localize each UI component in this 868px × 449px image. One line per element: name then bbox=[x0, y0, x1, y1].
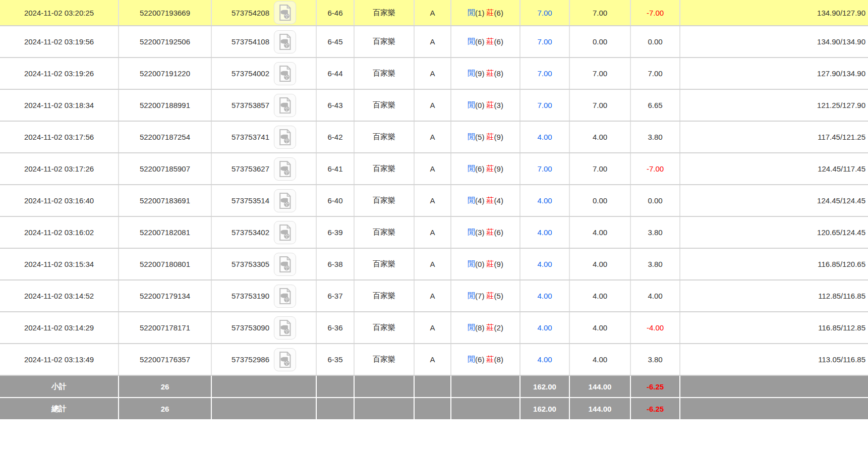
player-score: (6) bbox=[475, 164, 484, 173]
game-serial-cell: 573753090 bbox=[212, 312, 317, 343]
table-code-cell: A bbox=[415, 0, 451, 25]
game-serial-cell: 573754108 bbox=[212, 26, 317, 57]
stake-cell: 4.00 bbox=[520, 185, 570, 216]
table-row[interactable]: 2024-11-02 03:19:56522007192506573754108… bbox=[0, 26, 868, 58]
table-row[interactable]: 2024-11-02 03:17:26522007185907573753627… bbox=[0, 153, 868, 185]
game-type-cell: 百家樂 bbox=[355, 26, 415, 57]
bet-id: 522007183691 bbox=[140, 196, 190, 205]
balance-cell: 134.90/127.90 bbox=[680, 0, 868, 25]
video-replay-button[interactable] bbox=[274, 157, 296, 181]
table-row[interactable]: 2024-11-02 03:13:49522007176357573752986… bbox=[0, 344, 868, 376]
game-serial: 573753514 bbox=[232, 196, 269, 205]
player-score: (6) bbox=[475, 355, 484, 364]
summary-count-cell: 26 bbox=[119, 398, 212, 419]
table-row[interactable]: 2024-11-02 03:19:26522007191220573754002… bbox=[0, 58, 868, 90]
round-cell: 6-39 bbox=[317, 217, 355, 248]
bet-id: 522007180801 bbox=[140, 260, 190, 268]
game-type-cell: 百家樂 bbox=[355, 185, 415, 216]
stake-amount: 7.00 bbox=[537, 101, 552, 109]
video-replay-button[interactable] bbox=[274, 189, 296, 212]
stake-cell: 4.00 bbox=[520, 344, 570, 375]
bet-id: 522007176357 bbox=[140, 355, 190, 364]
player-score: (5) bbox=[475, 133, 484, 141]
table-row[interactable]: 2024-11-02 03:17:56522007187254573753741… bbox=[0, 122, 868, 153]
summary-count: 26 bbox=[161, 382, 169, 391]
table-row[interactable]: 2024-11-02 03:14:52522007179134573753190… bbox=[0, 280, 868, 312]
banker-score: (6) bbox=[494, 9, 503, 17]
total-label-cell: 總計 bbox=[0, 398, 119, 419]
summary-empty-cell bbox=[415, 398, 451, 419]
valid-bet-amount: 4.00 bbox=[593, 133, 607, 141]
summary-balance-cell bbox=[680, 376, 868, 397]
video-file-icon bbox=[277, 351, 293, 368]
valid-bet-cell: 0.00 bbox=[570, 26, 631, 57]
table-row[interactable]: 2024-11-02 03:16:02522007182081573753402… bbox=[0, 217, 868, 249]
summary-valid-bet-cell: 144.00 bbox=[570, 376, 631, 397]
balance-value: 116.85/112.85 bbox=[818, 323, 865, 332]
banker-label: 莊 bbox=[487, 37, 494, 46]
bet-time: 2024-11-02 03:17:56 bbox=[24, 133, 94, 141]
stake-amount: 7.00 bbox=[537, 9, 552, 17]
table-row[interactable]: 2024-11-02 03:14:29522007178171573753090… bbox=[0, 312, 868, 344]
bet-id: 522007193669 bbox=[140, 9, 190, 17]
player-score: (0) bbox=[475, 101, 484, 109]
game-type-cell: 百家樂 bbox=[355, 153, 415, 184]
player-label: 閒 bbox=[468, 69, 475, 78]
win-loss-amount: -4.00 bbox=[647, 323, 664, 332]
stake-amount: 4.00 bbox=[537, 323, 552, 332]
banker-score: (4) bbox=[494, 196, 503, 205]
valid-bet-cell: 4.00 bbox=[570, 217, 631, 248]
video-replay-button[interactable] bbox=[274, 285, 296, 308]
player-label: 閒 bbox=[468, 196, 475, 205]
banker-score: (5) bbox=[494, 292, 503, 300]
valid-bet-amount: 7.00 bbox=[593, 69, 607, 78]
game-type: 百家樂 bbox=[373, 132, 395, 142]
balance-cell: 112.85/116.85 bbox=[680, 280, 868, 311]
balance-cell: 121.25/127.90 bbox=[680, 90, 868, 121]
balance-cell: 124.45/124.45 bbox=[680, 185, 868, 216]
video-replay-button[interactable] bbox=[274, 126, 296, 149]
table-code: A bbox=[430, 101, 435, 109]
valid-bet-amount: 4.00 bbox=[593, 228, 607, 237]
table-row[interactable]: 2024-11-02 03:16:40522007183691573753514… bbox=[0, 185, 868, 217]
round-number: 6-41 bbox=[327, 164, 342, 173]
stake-cell: 7.00 bbox=[520, 0, 570, 25]
table-code-cell: A bbox=[415, 280, 451, 311]
summary-empty-cell bbox=[355, 398, 415, 419]
game-serial: 573752986 bbox=[232, 355, 269, 364]
video-replay-button[interactable] bbox=[274, 62, 296, 85]
summary-valid-bet-cell: 144.00 bbox=[570, 398, 631, 419]
game-serial-cell: 573753190 bbox=[212, 280, 317, 311]
bet-id: 522007182081 bbox=[140, 228, 190, 237]
summary-count: 26 bbox=[161, 405, 169, 413]
valid-bet-amount: 7.00 bbox=[593, 101, 607, 109]
summary-win-loss-cell: -6.25 bbox=[631, 398, 680, 419]
video-replay-button[interactable] bbox=[274, 253, 296, 276]
bet-time-cell: 2024-11-02 03:15:34 bbox=[0, 249, 119, 279]
video-replay-button[interactable] bbox=[274, 30, 296, 53]
game-type-cell: 百家樂 bbox=[355, 312, 415, 343]
balance-value: 124.45/124.45 bbox=[817, 196, 865, 205]
game-type-cell: 百家樂 bbox=[355, 0, 415, 25]
video-replay-button[interactable] bbox=[274, 94, 296, 117]
stake-amount: 7.00 bbox=[537, 164, 552, 173]
bet-time-cell: 2024-11-02 03:17:26 bbox=[0, 153, 119, 184]
table-row[interactable]: 2024-11-02 03:20:25522007193669573754208… bbox=[0, 0, 868, 26]
bet-id: 522007179134 bbox=[140, 292, 190, 300]
video-replay-button[interactable] bbox=[274, 348, 296, 371]
result-cell: 閒(0) 莊(9) bbox=[451, 249, 520, 279]
result-cell: 閒(1) 莊(6) bbox=[451, 0, 520, 25]
balance-cell: 116.85/120.65 bbox=[680, 249, 868, 279]
stake-amount: 4.00 bbox=[537, 196, 552, 205]
balance-value: 124.45/117.45 bbox=[818, 164, 865, 173]
table-row[interactable]: 2024-11-02 03:15:34522007180801573753305… bbox=[0, 249, 868, 280]
result-cell: 閒(6) 莊(9) bbox=[451, 153, 520, 184]
summary-rows: 小計26162.00144.00-6.25總計26162.00144.00-6.… bbox=[0, 376, 868, 420]
table-code: A bbox=[430, 292, 435, 300]
table-row[interactable]: 2024-11-02 03:18:34522007188991573753857… bbox=[0, 90, 868, 122]
valid-bet-cell: 7.00 bbox=[570, 90, 631, 121]
video-replay-button[interactable] bbox=[274, 316, 296, 340]
result-cell: 閒(6) 莊(6) bbox=[451, 26, 520, 57]
video-replay-button[interactable] bbox=[274, 221, 296, 244]
video-replay-button[interactable] bbox=[274, 1, 296, 24]
